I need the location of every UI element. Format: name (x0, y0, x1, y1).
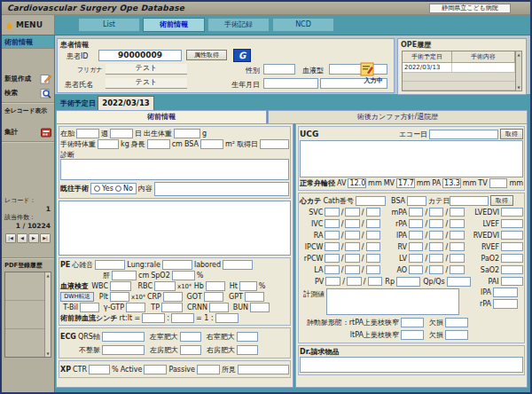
cath-pressure-input[interactable] (345, 265, 359, 274)
cath-pressure-input[interactable] (450, 265, 464, 274)
cath-pressure-input[interactable] (409, 265, 423, 274)
birth-date-input[interactable] (263, 78, 318, 89)
lung-rale-input[interactable] (162, 260, 192, 270)
sidebar-item-new[interactable]: 新規作成 (2, 72, 54, 86)
cath-pressure-input[interactable] (429, 219, 443, 228)
first-record-button[interactable]: |◀ (5, 233, 16, 243)
bun-input[interactable] (250, 303, 270, 312)
rvh-input[interactable] (237, 332, 258, 342)
cath-pressure-input[interactable] (409, 231, 423, 240)
crp-input[interactable] (163, 292, 183, 302)
cath-pressure-input[interactable] (409, 208, 423, 217)
crnn-input[interactable] (209, 303, 229, 312)
hb-input[interactable] (206, 281, 225, 291)
ltpa-defect-input[interactable] (445, 330, 468, 340)
cath-pressure-input[interactable] (345, 219, 359, 228)
rbc-input[interactable] (154, 281, 176, 291)
patient-name-input[interactable]: テスト (106, 78, 187, 89)
ggtp-input[interactable] (126, 303, 145, 312)
cath-pressure-input[interactable] (325, 242, 339, 251)
ucg-fetch-button[interactable]: 取得 (500, 129, 523, 139)
cath-pressure-input[interactable] (450, 254, 464, 263)
cath-pressure-input[interactable] (429, 265, 443, 274)
next-record-button[interactable]: ▶ (28, 233, 39, 243)
cath-pressure-input[interactable] (325, 231, 339, 240)
gestation-weeks-input[interactable] (76, 129, 99, 138)
birth-weight-input[interactable] (174, 129, 200, 138)
spo2-input[interactable] (172, 271, 195, 280)
got-input[interactable] (204, 292, 223, 302)
tab-ncd[interactable]: NCD (272, 18, 334, 32)
measured-textarea[interactable] (326, 288, 459, 315)
ope-history-row[interactable]: 2022/03/13 (403, 63, 515, 73)
hospital-button[interactable]: 静岡県立こども病院 (429, 4, 511, 13)
tab-op-record[interactable]: 手術記録 (207, 18, 270, 32)
cath-pressure-input[interactable] (450, 231, 464, 240)
form-tab-postop[interactable]: 術後カンファ方針/退院歴 (268, 110, 528, 123)
cath-pressure-input[interactable] (409, 242, 423, 251)
cath-pressure-input[interactable] (429, 254, 443, 263)
bsa-input[interactable] (200, 139, 223, 149)
prev-surgery-content-textarea[interactable] (154, 182, 289, 196)
rah-input[interactable] (237, 345, 258, 355)
wbc-input[interactable] (110, 281, 131, 291)
dr-request-input[interactable] (300, 357, 523, 373)
cath-value-input[interactable] (501, 231, 523, 240)
form-tab-preop[interactable]: 術前情報 (56, 110, 267, 123)
pdf-list-item[interactable] (5, 272, 44, 301)
murmur-input[interactable] (95, 260, 125, 270)
cath-pressure-input[interactable] (345, 208, 359, 217)
prev-surgery-yes-radio[interactable] (94, 185, 100, 192)
cath-pressure-input[interactable] (429, 208, 443, 217)
rtpa-defect-input[interactable] (445, 318, 468, 327)
cath-pressure-input[interactable] (368, 277, 383, 286)
sidebar-item-all-records[interactable]: 全レコード表示 (2, 106, 54, 115)
pdf-list-scrollbar[interactable]: ▲▼ (44, 272, 51, 357)
cath-pressure-input[interactable] (366, 219, 380, 228)
cath-pressure-input[interactable] (429, 231, 443, 240)
gpt-input[interactable] (245, 292, 264, 302)
lvh-input[interactable] (180, 332, 201, 342)
sidebar-item-search[interactable]: 検索 (2, 86, 54, 100)
cath-fetch-button[interactable]: 取得 (490, 195, 513, 206)
tp-input[interactable] (161, 303, 183, 312)
cath-pressure-input[interactable] (450, 242, 464, 251)
lah-input[interactable] (180, 345, 201, 355)
acquired-date-input[interactable] (260, 139, 289, 149)
prev-surgery-no-radio[interactable] (115, 185, 121, 192)
cath-value-input[interactable] (501, 254, 523, 263)
findings-input[interactable] (238, 365, 289, 374)
cath-pressure-input[interactable] (345, 242, 359, 251)
cath-pressure-input[interactable] (366, 242, 380, 251)
diagnosis-textarea[interactable] (60, 159, 289, 180)
active-input[interactable] (144, 365, 167, 374)
cath-date-input[interactable] (450, 196, 489, 206)
op-weight-input[interactable] (98, 139, 119, 149)
pdf-history-list[interactable]: ▲▼ (4, 272, 51, 358)
cath-pressure-input[interactable] (347, 277, 362, 286)
cath-value-input[interactable] (501, 219, 523, 228)
plt-input[interactable] (110, 292, 129, 302)
ht-input[interactable] (239, 281, 257, 291)
mv-annulus-input[interactable]: 17.7 (396, 178, 415, 188)
cath-pressure-input[interactable] (345, 231, 359, 240)
cath-pressure-input[interactable] (325, 254, 339, 263)
ucg-textarea[interactable] (300, 140, 523, 177)
liver-input[interactable] (112, 271, 137, 280)
ctr-input[interactable] (89, 365, 110, 374)
qrs-axis-input[interactable] (102, 332, 145, 342)
patient-id-input[interactable]: 90000009 (98, 50, 182, 61)
tv-annulus-input[interactable] (489, 178, 508, 188)
scinti-lt-input[interactable] (171, 313, 194, 323)
sidebar-item-aggregate[interactable]: 集計 (2, 125, 54, 139)
pdf-list-item[interactable] (5, 301, 44, 329)
cath-pressure-input[interactable] (450, 208, 464, 217)
arrhythmia-input[interactable] (102, 345, 145, 355)
cath-pressure-input[interactable] (366, 208, 380, 217)
cath-value-input[interactable] (501, 208, 523, 217)
menu-button[interactable]: MENU (2, 15, 55, 35)
tbil-input[interactable] (80, 303, 99, 312)
cath-pressure-input[interactable] (325, 208, 339, 217)
sex-input[interactable] (263, 64, 295, 75)
gestation-days-input[interactable] (110, 129, 133, 138)
